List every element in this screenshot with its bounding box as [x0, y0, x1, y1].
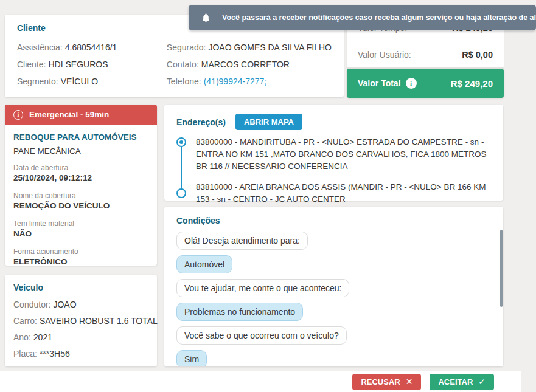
conditions-scrollbar[interactable] [500, 230, 503, 307]
open-date-detail: Data de abertura 25/10/2024, 09:12:12 [13, 163, 148, 184]
open-map-button[interactable]: ABRIR MAPA [235, 114, 302, 130]
service-dispatch-screen: Você passará a receber notificações caso… [0, 0, 536, 392]
notification-text: Você passará a receber notificações caso… [222, 13, 536, 22]
activation-detail: Forma acionamento ELETRÔNICO [13, 247, 148, 267]
chat-bubble-answer: Problemas no funcionamento [176, 303, 303, 321]
info-icon[interactable]: i [406, 78, 417, 89]
driver-field: Condutor:JOAO [13, 297, 148, 313]
conditions-card-title: Condições [176, 216, 491, 225]
chat-bubble-question: Olá! Deseja atendimento para: [176, 232, 308, 250]
assistance-field: Assistência:4.68054416/1 [17, 39, 167, 56]
vehicle-card-title: Veículo [13, 283, 148, 292]
x-icon: ✕ [406, 377, 413, 387]
segment-field: Segmento:VEÍCULO [17, 73, 167, 90]
client-field: Cliente:HDI SEGUROS [17, 56, 167, 73]
conditions-card: Condições Olá! Deseja atendimento para: … [164, 207, 503, 366]
total-value: R$ 249,20 [451, 78, 493, 89]
destination-address: 83810000 - AREIA BRANCA DOS ASSIS (MANDI… [196, 181, 491, 205]
total-label-text: Valor Total [358, 78, 401, 88]
notification-bar[interactable]: Você passará a receber notificações caso… [189, 5, 536, 30]
conditions-chat: Olá! Deseja atendimento para: Automóvel … [176, 232, 491, 366]
address-timeline: 83800000 - MANDIRITUBA - PR - <NULO> EST… [176, 136, 491, 205]
service-name: REBOQUE PARA AUTOMÓVEIS [13, 132, 148, 142]
chat-bubble-answer: Sim [176, 350, 207, 366]
material-limit-detail: Tem limite material NÃO [13, 219, 148, 239]
vehicle-card: Veículo Condutor:JOAO Carro:SAVEIRO ROBU… [5, 275, 157, 366]
car-field: Carro:SAVEIRO ROBUST 1.6 TOTAL [13, 313, 148, 329]
service-card: i Emergencial - 59min REBOQUE PARA AUTOM… [5, 105, 157, 266]
insured-field: Segurado:JOAO GOMES DA SILVA FILHO [167, 39, 332, 56]
value-user-row: Valor Usuário: R$ 0,00 [347, 41, 504, 68]
origin-address: 83800000 - MANDIRITUBA - PR - <NULO> EST… [196, 136, 491, 173]
info-icon: i [13, 110, 23, 120]
check-icon: ✓ [478, 377, 486, 387]
chat-bubble-answer: Automóvel [176, 255, 232, 273]
addresses-card-title: Endereço(s) [176, 117, 226, 127]
destination-marker-icon [176, 188, 186, 198]
coverage-detail: Nome da cobertura REMOÇÃO DO VEÍCULO [13, 191, 148, 211]
priority-label: Emergencial - 59min [29, 110, 109, 119]
accept-button[interactable]: ACEITAR ✓ [430, 374, 494, 390]
phone-link[interactable]: (41)99924-7277; [204, 77, 267, 86]
plate-field: Placa:***3H56 [13, 346, 148, 362]
timeline-connector [181, 146, 182, 192]
phone-field: Telefone:(41)99924-7277; [167, 73, 332, 90]
service-priority-header: i Emergencial - 59min [5, 105, 157, 125]
service-problem: PANE MECÂNICA [13, 146, 148, 156]
chat-bubble-question: Vou te ajudar, me conte o que aconteceu: [176, 279, 349, 297]
bell-icon [201, 13, 211, 23]
value-total-row: Valor Total i R$ 249,20 [347, 69, 504, 98]
chat-bubble-question: Você sabe o que ocorreu com o veículo? [176, 326, 347, 345]
action-footer: RECUSAR ✕ ACEITAR ✓ [0, 371, 521, 392]
year-field: Ano:2021 [13, 329, 148, 346]
contact-field: Contato:MARCOS CORRETOR [167, 56, 332, 73]
addresses-card: Endereço(s) ABRIR MAPA 83800000 - MANDIR… [164, 105, 503, 201]
origin-marker-icon [176, 137, 186, 147]
reject-button[interactable]: RECUSAR ✕ [352, 374, 421, 390]
